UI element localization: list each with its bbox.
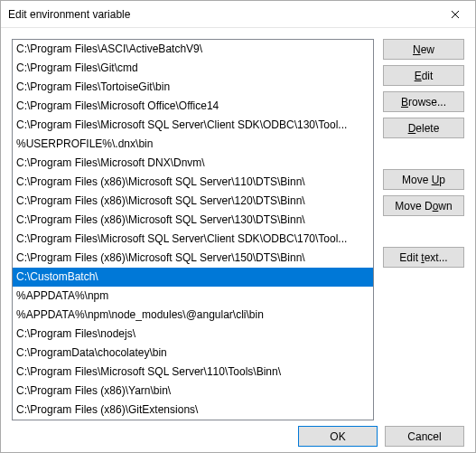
cancel-button[interactable]: Cancel: [385, 426, 464, 447]
list-item[interactable]: C:\Program Files\Microsoft SQL Server\Cl…: [13, 230, 373, 249]
list-item[interactable]: C:\Program Files (x86)\Yarn\bin\: [13, 382, 373, 401]
close-icon: [451, 10, 460, 19]
delete-button[interactable]: Delete: [383, 118, 464, 138]
move-up-button[interactable]: Move Up: [383, 169, 464, 190]
list-item[interactable]: C:\Program Files (x86)\Microsoft SQL Ser…: [13, 192, 373, 211]
list-item[interactable]: %USERPROFILE%\.dnx\bin: [13, 135, 373, 154]
list-item[interactable]: C:\Program Files\nodejs\: [13, 325, 373, 344]
list-item[interactable]: %APPDATA%\npm: [13, 287, 373, 306]
list-item[interactable]: C:\Program Files\Git\cmd: [13, 59, 373, 78]
window-title: Edit environment variable: [8, 8, 130, 21]
list-item[interactable]: C:\Program Files\Microsoft DNX\Dnvm\: [13, 154, 373, 173]
list-item[interactable]: C:\Program Files\Microsoft SQL Server\11…: [13, 363, 373, 382]
list-item[interactable]: C:\Program Files (x86)\Microsoft SQL Ser…: [13, 249, 373, 268]
close-button[interactable]: [434, 1, 475, 27]
new-button[interactable]: New: [383, 39, 464, 60]
side-button-panel: New Edit Browse... Delete Move Up Move D…: [383, 39, 464, 420]
list-item[interactable]: %APPDATA%\npm\node_modules\@angular\cli\…: [13, 306, 373, 325]
list-item[interactable]: C:\Program Files\TortoiseGit\bin: [13, 78, 373, 97]
browse-button[interactable]: Browse...: [383, 91, 464, 112]
list-item[interactable]: C:\Program Files (x86)\GitExtensions\: [13, 401, 373, 420]
footer: OK Cancel: [1, 420, 475, 452]
list-item[interactable]: C:\Program Files\Microsoft SQL Server\Cl…: [13, 116, 373, 135]
list-item[interactable]: C:\Program Files\Microsoft Office\Office…: [13, 97, 373, 116]
edit-button[interactable]: Edit: [383, 65, 464, 86]
path-listbox[interactable]: C:\Program Files\ASCI\ActiveBatchV9\C:\P…: [12, 39, 374, 420]
list-item[interactable]: C:\Program Files (x86)\Microsoft SQL Ser…: [13, 211, 373, 230]
list-item[interactable]: C:\Program Files\ASCI\ActiveBatchV9\: [13, 40, 373, 59]
edit-text-button[interactable]: Edit text...: [383, 247, 464, 268]
ok-button[interactable]: OK: [298, 426, 378, 447]
list-item[interactable]: C:\ProgramData\chocolatey\bin: [13, 344, 373, 363]
move-down-button[interactable]: Move Down: [383, 195, 464, 216]
titlebar: Edit environment variable: [1, 1, 475, 28]
dialog-window: Edit environment variable C:\Program Fil…: [0, 0, 476, 453]
content-area: C:\Program Files\ASCI\ActiveBatchV9\C:\P…: [1, 28, 475, 420]
list-item[interactable]: C:\Program Files (x86)\Microsoft SQL Ser…: [13, 173, 373, 192]
list-item[interactable]: C:\CustomBatch\: [13, 268, 373, 287]
